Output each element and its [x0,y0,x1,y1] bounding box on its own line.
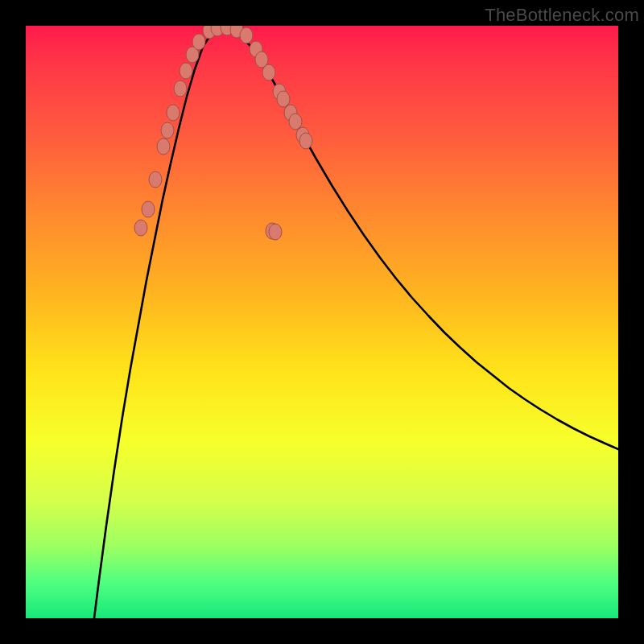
data-marker [142,201,155,217]
data-marker [299,133,312,149]
data-marker [157,138,170,155]
data-marker [174,80,187,97]
data-marker [277,91,290,107]
data-marker [262,64,275,80]
data-marker [269,224,282,240]
chart-frame: TheBottleneck.com [0,0,644,644]
data-marker [167,105,180,121]
data-marker [180,63,192,79]
data-marker [192,34,205,50]
watermark-text: TheBottleneck.com [485,5,639,26]
chart-plot-area [26,26,618,618]
data-marker [149,171,162,188]
data-marker [161,122,174,138]
data-marker [240,27,253,43]
chart-svg [26,26,618,618]
data-marker [134,220,147,236]
data-marker [289,114,302,130]
